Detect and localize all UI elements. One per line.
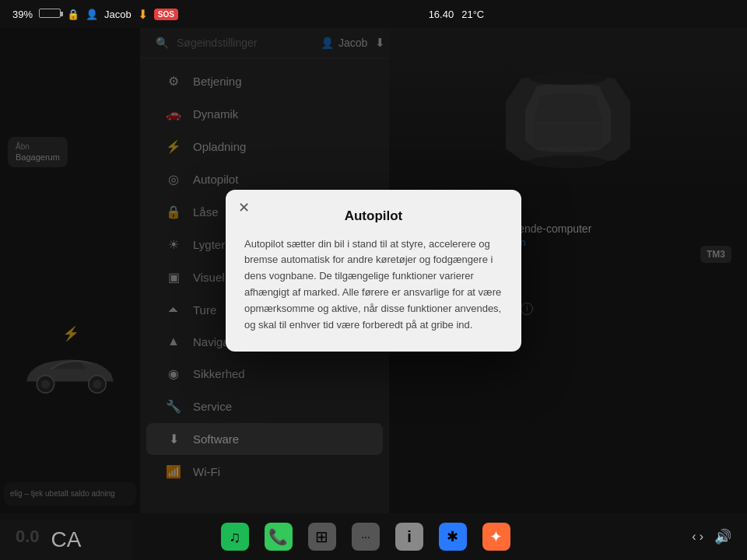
camera-app[interactable]: ⊞ [308,523,336,551]
autopilot-modal: ✕ Autopilot Autopilot sætter din bil i s… [226,190,521,352]
nav-arrows: ‹ › [692,530,703,544]
user-icon: 👤 [86,9,98,20]
bluetooth-app[interactable]: ✱ [439,523,467,551]
nav-left-arrow[interactable]: ‹ [692,530,696,544]
battery-percent: 39% [12,9,33,20]
games-app[interactable]: ✦ [482,523,510,551]
modal-overlay[interactable]: ✕ Autopilot Autopilot sætter din bil i s… [0,28,747,513]
status-user: Jacob [104,9,132,20]
info-app[interactable]: i [395,523,423,551]
status-center: 16.40 21°C [429,9,485,20]
main-area: Åbn Bagagerum [0,28,747,513]
battery-icon [39,9,61,20]
status-time: 16.40 [429,9,454,20]
lock-icon: 🔒 [67,9,79,20]
taskbar-right: ‹ › 🔊 [692,528,731,545]
more-app[interactable]: ··· [352,523,380,551]
status-left: 39% 🔒 👤 Jacob ⬇ SOS [12,7,178,22]
ca-text: CA [51,527,82,552]
volume-icon[interactable]: 🔊 [714,528,731,545]
status-temp: 21°C [461,9,484,20]
modal-close-button[interactable]: ✕ [238,201,250,215]
phone-app[interactable]: 📞 [265,523,293,551]
status-bar: 39% 🔒 👤 Jacob ⬇ SOS 16.40 21°C [0,0,747,28]
modal-title: Autopilot [244,208,503,224]
download-status-icon: ⬇ [138,7,148,22]
spotify-app[interactable]: ♫ [221,523,249,551]
taskbar-center: ♫ 📞 ⊞ ··· i ✱ ✦ [221,523,510,551]
nav-right-arrow[interactable]: › [700,530,703,544]
sos-badge: SOS [154,9,178,20]
modal-body: Autopilot sætter din bil i stand til at … [244,236,503,334]
ca-overlay: CA [0,520,132,560]
